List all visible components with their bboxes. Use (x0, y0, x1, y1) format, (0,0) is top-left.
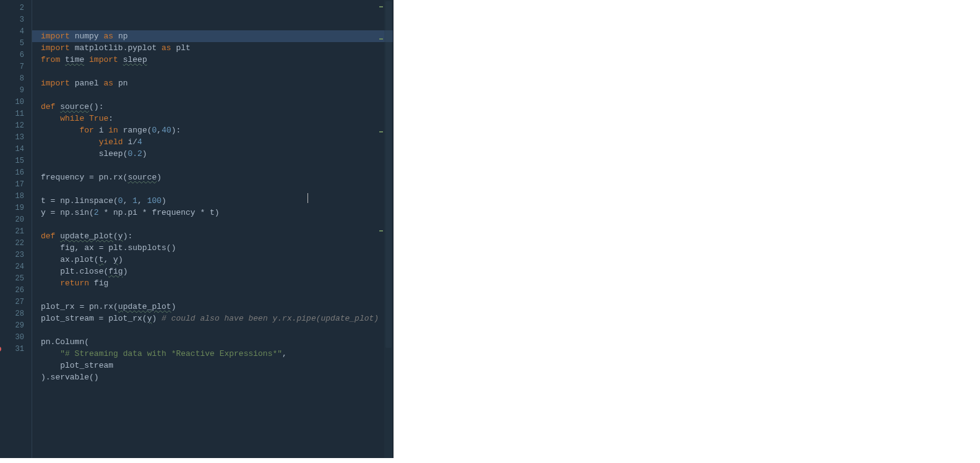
token-name: ) (157, 173, 161, 182)
code-line[interactable]: import numpy as np (32, 30, 393, 42)
scrollbar-thumb[interactable] (385, 1, 392, 348)
line-number[interactable]: 26 (0, 285, 24, 296)
token-sp (157, 43, 161, 53)
code-line[interactable]: pn.Column( (41, 336, 393, 348)
line-number[interactable]: 11 (0, 108, 24, 120)
line-number[interactable]: 29 (0, 320, 24, 332)
token-kw: from (41, 55, 60, 64)
code-line[interactable] (41, 66, 393, 77)
code-line[interactable] (41, 289, 393, 301)
line-number[interactable]: 19 (0, 202, 24, 214)
token-sp (41, 279, 60, 288)
token-num: 4 (137, 137, 142, 147)
token-kw: for (79, 126, 93, 135)
code-line[interactable]: def update_plot(y): (41, 230, 393, 242)
line-number[interactable]: 30 (0, 332, 24, 344)
code-line[interactable]: fig, ax = plt.subplots() (41, 242, 393, 254)
token-name: range( (123, 126, 152, 135)
line-number[interactable]: 25 (0, 273, 24, 285)
code-line[interactable]: plot_stream (41, 360, 393, 371)
code-line[interactable]: sleep(0.2) (41, 148, 393, 160)
token-name: plt (176, 43, 190, 53)
line-number[interactable]: 28 (0, 308, 24, 320)
code-line[interactable] (41, 219, 393, 230)
code-line[interactable]: yield i/4 (41, 136, 393, 148)
line-number[interactable]: 22 (0, 238, 24, 249)
code-line[interactable]: ax.plot(t, y) (41, 254, 393, 266)
token-sp (41, 126, 79, 135)
token-name: ): (171, 126, 181, 135)
code-line[interactable]: import matplotlib.pyplot as plt (41, 42, 393, 54)
token-name: , (282, 349, 287, 358)
code-line[interactable] (41, 160, 393, 171)
line-number[interactable]: 18 (0, 191, 24, 202)
code-line[interactable]: def source(): (41, 101, 393, 113)
line-number-gutter[interactable]: 2345678910111213141516171819202122232425… (0, 0, 32, 458)
token-kw: import (41, 79, 70, 88)
editor-pane[interactable]: 2345678910111213141516171819202122232425… (0, 0, 393, 458)
token-name: pn (118, 79, 128, 88)
code-line[interactable]: while True: (41, 113, 393, 124)
token-wavy: fig (108, 267, 123, 276)
code-text-area[interactable]: import numpy as npimport matplotlib.pypl… (32, 0, 393, 458)
token-num: 0.2 (127, 149, 142, 158)
line-number[interactable]: 21 (0, 226, 24, 238)
line-number[interactable]: 31 (0, 344, 24, 355)
line-number[interactable]: 20 (0, 214, 24, 226)
token-kw: True (89, 114, 108, 123)
line-number[interactable]: 23 (0, 249, 24, 261)
minimap-mark (379, 38, 383, 40)
code-line[interactable]: ).servable() (41, 371, 393, 383)
line-number[interactable]: 27 (0, 296, 24, 308)
token-kw: def (41, 232, 55, 241)
line-number[interactable]: 5 (0, 38, 24, 50)
code-line[interactable]: plot_rx = pn.rx(update_plot) (41, 301, 393, 313)
code-line[interactable] (41, 324, 393, 336)
line-number[interactable]: 7 (0, 61, 24, 73)
line-number[interactable]: 8 (0, 73, 24, 85)
token-name: : (108, 114, 113, 123)
code-line[interactable]: plot_stream = plot_rx(y) # could also ha… (41, 313, 393, 324)
code-line[interactable] (41, 183, 393, 195)
code-line[interactable]: from time import sleep (41, 54, 393, 66)
code-line[interactable]: y = np.sin(2 * np.pi * frequency * t) (41, 207, 393, 219)
line-number[interactable]: 4 (0, 26, 24, 38)
token-sp (94, 126, 99, 135)
line-number[interactable]: 9 (0, 85, 24, 97)
code-line[interactable]: for i in range(0,40): (41, 124, 393, 136)
code-area[interactable]: 2345678910111213141516171819202122232425… (0, 0, 393, 458)
code-line[interactable]: "# Streaming data with *Reactive Express… (41, 348, 393, 360)
token-kw: def (41, 102, 55, 111)
vertical-scrollbar[interactable] (384, 0, 393, 458)
line-number[interactable]: 13 (0, 132, 24, 144)
token-name: fig (94, 279, 108, 288)
line-number[interactable]: 24 (0, 261, 24, 273)
token-num: 100 (147, 196, 161, 206)
token-sp (41, 114, 60, 123)
code-line[interactable]: t = np.linspace(0, 1, 100) (41, 195, 393, 207)
line-number[interactable]: 15 (0, 155, 24, 167)
code-line[interactable]: plt.close(fig) (41, 266, 393, 277)
line-number[interactable]: 10 (0, 97, 24, 108)
code-line[interactable] (41, 89, 393, 101)
line-number[interactable]: 14 (0, 144, 24, 155)
token-wavy: update_plot (118, 302, 171, 311)
line-number[interactable]: 17 (0, 179, 24, 191)
token-kw: as (103, 32, 113, 41)
line-number[interactable]: 2 (0, 2, 24, 14)
token-str: "# Streaming data with *Reactive Express… (60, 349, 282, 358)
token-name: frequency = pn.rx( (41, 173, 127, 182)
line-number[interactable]: 6 (0, 50, 24, 61)
line-number[interactable]: 16 (0, 167, 24, 179)
line-number[interactable]: 12 (0, 120, 24, 132)
token-name: (): (89, 102, 103, 111)
token-name: fig, ax = plt.subplots() (60, 243, 176, 253)
code-line[interactable]: import panel as pn (41, 77, 393, 89)
token-kw: in (108, 126, 118, 135)
code-line[interactable]: frequency = pn.rx(source) (41, 171, 393, 183)
code-line[interactable]: return fig (41, 277, 393, 289)
minimap[interactable] (380, 1, 383, 457)
token-name: ) (152, 314, 161, 323)
token-sp (113, 79, 118, 88)
line-number[interactable]: 3 (0, 14, 24, 26)
